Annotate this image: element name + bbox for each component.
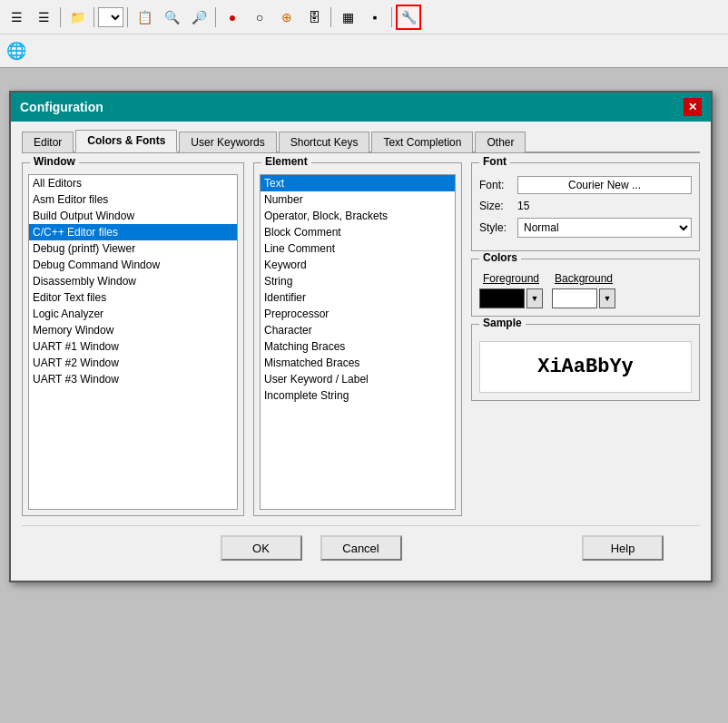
sample-group-label: Sample xyxy=(479,317,526,329)
background-swatch-row: ▼ xyxy=(552,288,615,308)
tb-sep-4 xyxy=(215,7,216,27)
tb-btn-search2[interactable]: 🔎 xyxy=(186,5,212,30)
element-list-item[interactable]: Incomplete String xyxy=(261,387,455,404)
tb-btn-2[interactable]: ☰ xyxy=(31,5,56,30)
dialog-body: Editor Colors & Fonts User Keywords Shor… xyxy=(11,122,711,581)
dialog-close-button[interactable]: ✕ xyxy=(684,98,702,116)
tb-btn-link[interactable]: ⊕ xyxy=(274,5,300,30)
tb-btn-1[interactable]: ☰ xyxy=(4,5,29,30)
foreground-dropdown-btn[interactable]: ▼ xyxy=(526,288,543,308)
element-list-item[interactable]: Operator, Block, Brackets xyxy=(261,208,455,224)
list-item[interactable]: All Editors xyxy=(29,175,237,191)
window-list[interactable]: All Editors Asm Editor files Build Outpu… xyxy=(28,174,238,510)
list-item[interactable]: Editor Text files xyxy=(29,289,237,306)
right-panel: Font Font: Courier New ... Size: 15 Styl… xyxy=(471,162,700,516)
list-item[interactable]: Debug (printf) Viewer xyxy=(29,240,237,257)
sample-group: Sample XiAaBbYy xyxy=(471,324,700,401)
element-list-item[interactable]: Keyword xyxy=(261,257,455,273)
toolbar-row2: 🌐 xyxy=(0,34,728,67)
style-select[interactable]: Normal Bold Italic Bold Italic xyxy=(517,218,692,238)
tb-sep-1 xyxy=(60,7,61,27)
main-content: Window All Editors Asm Editor files Buil… xyxy=(22,162,700,516)
window-group: Window All Editors Asm Editor files Buil… xyxy=(22,162,244,516)
list-item[interactable]: Build Output Window xyxy=(29,208,237,224)
toolbar-area: ☰ ☰ 📁 📋 🔍 🔎 ● ○ ⊕ 🗄 ▦ ▪ 🔧 🌐 xyxy=(0,0,728,68)
element-group-label: Element xyxy=(261,155,311,168)
tb-sep-3 xyxy=(127,7,128,27)
sample-text: XiAaBbYy xyxy=(479,341,692,393)
tb-btn-copy[interactable]: 📋 xyxy=(132,5,157,30)
style-row: Style: Normal Bold Italic Bold Italic xyxy=(479,218,692,238)
list-item[interactable]: UART #3 Window xyxy=(29,371,237,387)
element-list-item[interactable]: Matching Braces xyxy=(261,338,455,355)
tab-colors-fonts[interactable]: Colors & Fonts xyxy=(75,130,177,152)
element-list-item[interactable]: Character xyxy=(261,322,455,338)
tb-sep-6 xyxy=(391,7,392,27)
element-list-item[interactable]: Preprocessor xyxy=(261,306,455,322)
foreground-col: Foreground ▼ xyxy=(479,272,543,308)
tb-sep-5 xyxy=(330,7,331,27)
colors-group-label: Colors xyxy=(479,251,521,264)
tab-shortcut-keys[interactable]: Shortcut Keys xyxy=(279,132,370,152)
element-list-item[interactable]: Mismatched Braces xyxy=(261,355,455,371)
list-item[interactable]: Logic Analyzer xyxy=(29,306,237,322)
tab-other[interactable]: Other xyxy=(475,132,526,152)
font-select-button[interactable]: Courier New ... xyxy=(517,176,692,194)
colors-group: Colors Foreground ▼ Background xyxy=(471,259,700,317)
list-item[interactable]: Disassembly Window xyxy=(29,273,237,289)
ok-button[interactable]: OK xyxy=(221,535,302,561)
tb-btn-config[interactable]: 🔧 xyxy=(396,5,421,30)
size-value: 15 xyxy=(517,200,692,212)
tb-btn-small[interactable]: 🌐 xyxy=(4,38,29,64)
toolbar-row1: ☰ ☰ 📁 📋 🔍 🔎 ● ○ ⊕ 🗄 ▦ ▪ 🔧 xyxy=(0,0,728,34)
background-label: Background xyxy=(555,272,613,285)
tb-dropdown[interactable] xyxy=(98,7,123,27)
tb-btn-view2[interactable]: ▪ xyxy=(362,5,388,30)
list-item[interactable]: Memory Window xyxy=(29,322,237,338)
list-item-selected[interactable]: C/C++ Editor files xyxy=(29,224,237,240)
element-list-item[interactable]: String xyxy=(261,273,455,289)
cancel-button[interactable]: Cancel xyxy=(320,535,402,561)
colors-row: Foreground ▼ Background ▼ xyxy=(479,272,692,308)
tb-btn-db[interactable]: 🗄 xyxy=(301,5,327,30)
dialog-titlebar: Configuration ✕ xyxy=(11,93,711,122)
size-row: Size: 15 xyxy=(479,200,692,212)
element-list[interactable]: Text Number Operator, Block, Brackets Bl… xyxy=(260,174,456,510)
element-list-item[interactable]: Identifier xyxy=(261,289,455,306)
tb-btn-red[interactable]: ● xyxy=(220,5,245,30)
element-list-item-selected[interactable]: Text xyxy=(261,175,455,191)
style-label: Style: xyxy=(479,221,517,234)
tb-btn-search[interactable]: 🔍 xyxy=(159,5,184,30)
footer-buttons: OK Cancel xyxy=(40,535,582,561)
configuration-dialog: Configuration ✕ Editor Colors & Fonts Us… xyxy=(9,91,713,582)
tab-text-completion[interactable]: Text Completion xyxy=(371,132,473,152)
tab-editor[interactable]: Editor xyxy=(22,132,74,152)
foreground-swatch xyxy=(479,288,525,308)
element-list-item[interactable]: Block Comment xyxy=(261,224,455,240)
tb-btn-circle[interactable]: ○ xyxy=(247,5,272,30)
element-list-item[interactable]: User Keyword / Label xyxy=(261,371,455,387)
dialog-footer: OK Cancel Help xyxy=(22,525,700,570)
background-dropdown-btn[interactable]: ▼ xyxy=(599,288,615,308)
list-item[interactable]: UART #2 Window xyxy=(29,355,237,371)
window-group-label: Window xyxy=(30,155,79,168)
foreground-swatch-row: ▼ xyxy=(479,288,543,308)
element-list-item[interactable]: Line Comment xyxy=(261,240,455,257)
help-button[interactable]: Help xyxy=(582,535,664,561)
tabs-row: Editor Colors & Fonts User Keywords Shor… xyxy=(22,129,700,153)
font-group: Font Font: Courier New ... Size: 15 Styl… xyxy=(471,162,700,251)
tb-btn-folder[interactable]: 📁 xyxy=(64,5,90,30)
element-list-wrapper: Text Number Operator, Block, Brackets Bl… xyxy=(260,174,456,510)
tab-user-keywords[interactable]: User Keywords xyxy=(179,132,276,152)
element-group: Element Text Number Operator, Block, Bra… xyxy=(253,162,462,516)
font-group-label: Font xyxy=(479,155,510,168)
window-list-wrapper: All Editors Asm Editor files Build Outpu… xyxy=(28,174,238,510)
foreground-label: Foreground xyxy=(483,272,539,285)
tb-btn-view[interactable]: ▦ xyxy=(335,5,360,30)
font-row: Font: Courier New ... xyxy=(479,176,692,194)
list-item[interactable]: Debug Command Window xyxy=(29,257,237,273)
element-list-item[interactable]: Number xyxy=(261,191,455,208)
font-label: Font: xyxy=(479,179,517,191)
list-item[interactable]: Asm Editor files xyxy=(29,191,237,208)
list-item[interactable]: UART #1 Window xyxy=(29,338,237,355)
